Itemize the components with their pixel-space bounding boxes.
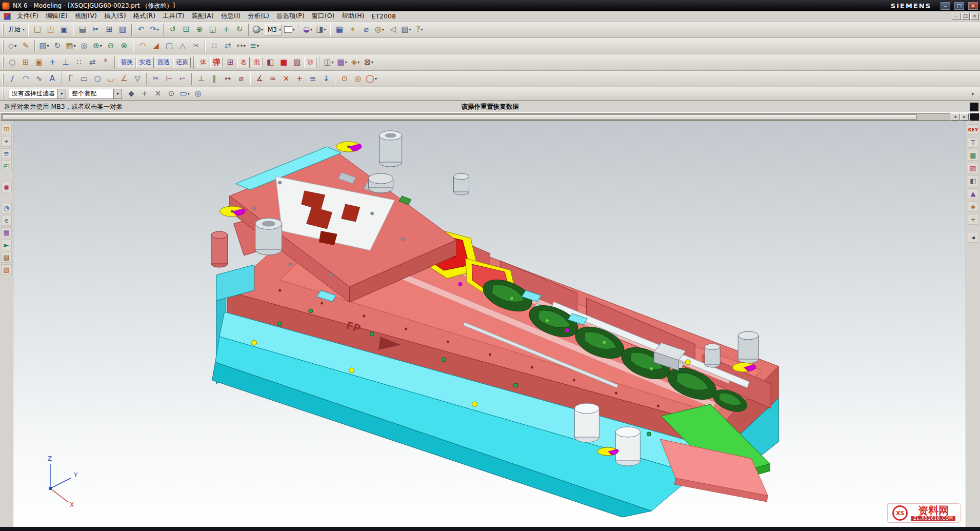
grid-macro-button[interactable]: ⊞: [224, 56, 236, 69]
chevron-down-icon[interactable]: ▾: [113, 89, 122, 99]
batch-macro-button[interactable]: 批: [251, 57, 263, 68]
scrollbar-track[interactable]: [1, 113, 950, 121]
text-note-icon[interactable]: T: [968, 137, 978, 148]
fillet-tool-button[interactable]: ◡: [105, 73, 117, 85]
intersection-point-button[interactable]: ×: [280, 73, 292, 85]
snap-intersection-button[interactable]: ×: [152, 88, 164, 100]
point-tool-button[interactable]: +: [293, 73, 306, 85]
roles-icon[interactable]: ▤: [1, 252, 12, 263]
pattern-component-button[interactable]: ∷: [73, 56, 85, 69]
rendering-style-button[interactable]: ▾: [252, 24, 264, 36]
spring-macro-button[interactable]: 弹: [210, 57, 223, 68]
hatch-macro-button[interactable]: ▨: [291, 56, 303, 69]
chevron-down-icon[interactable]: ▾: [421, 27, 423, 32]
polygon-tool-button[interactable]: ▽: [131, 73, 144, 85]
zoom-in-button[interactable]: ⊕: [193, 24, 206, 36]
chevron-down-icon[interactable]: ▾: [371, 60, 373, 65]
chevron-down-icon[interactable]: ▾: [157, 27, 159, 32]
layer-settings-button[interactable]: ▦: [333, 24, 346, 36]
assembly-constraints-button[interactable]: ⊥: [59, 56, 72, 69]
menu-insert[interactable]: 插入(S): [101, 11, 130, 21]
selection-filter-combo[interactable]: 没有选择过滤器 ▾: [9, 89, 66, 99]
face-translucent-macro-button[interactable]: 面透: [155, 57, 172, 68]
chevron-down-icon[interactable]: ▾: [47, 44, 49, 48]
shell-button[interactable]: ▢: [163, 40, 175, 52]
graphics-window[interactable]: FP Z Y X XS 资料网 ZL.X51616.COM: [13, 121, 966, 527]
chevron-down-icon[interactable]: ▾: [332, 60, 334, 65]
profile-tool-button[interactable]: Γ: [65, 73, 77, 85]
reuse-library-icon[interactable]: ◰: [1, 161, 12, 171]
menu-tools[interactable]: 工具(T): [159, 11, 188, 21]
mdi-restore-button[interactable]: □: [961, 13, 970, 20]
key-tips-icon[interactable]: KEY: [968, 124, 978, 135]
snap-endpoint-button[interactable]: +: [138, 88, 151, 100]
chevron-down-icon[interactable]: ▾: [324, 27, 326, 32]
pan-button[interactable]: +: [220, 24, 232, 36]
circle-tool-button[interactable]: ○: [91, 73, 104, 85]
show-hide-button[interactable]: ◒▾: [302, 24, 314, 36]
selection-scope-combo[interactable]: 整个装配 ▾: [69, 89, 122, 99]
background-color-swatch[interactable]: ▾: [283, 24, 295, 36]
assembly-navigator-icon[interactable]: ⊞: [1, 124, 12, 134]
datum-plane-button[interactable]: ◇▾: [6, 40, 18, 52]
undo-button[interactable]: ↶: [135, 24, 147, 36]
process-studio-icon[interactable]: ►: [1, 240, 12, 250]
restore-macro-button[interactable]: 还原: [173, 57, 191, 68]
toolbar-overflow-icon[interactable]: ▾: [971, 91, 978, 96]
chevron-down-icon[interactable]: ▾: [257, 44, 259, 48]
wcs-orient-button[interactable]: ⌖: [347, 24, 359, 36]
intersect-button[interactable]: ⊗: [118, 40, 130, 52]
measure-angle-button[interactable]: ∡: [253, 73, 266, 85]
paste-button[interactable]: ▥: [116, 24, 129, 36]
web-browser-icon[interactable]: e: [1, 215, 12, 226]
chevron-down-icon[interactable]: ▾: [345, 60, 347, 65]
chevron-down-icon[interactable]: ▾: [310, 27, 312, 32]
mdi-close-button[interactable]: ×: [970, 13, 979, 20]
revolve-button[interactable]: ↻: [51, 40, 64, 52]
scroll-left-icon[interactable]: ◂: [951, 113, 959, 121]
chevron-down-icon[interactable]: ▾: [188, 91, 190, 96]
menu-file[interactable]: 文件(F): [13, 11, 42, 21]
diamond-macro-button[interactable]: ◈▾: [349, 56, 362, 69]
copy-button[interactable]: ⊞: [103, 24, 115, 36]
menu-view[interactable]: 视图(V): [71, 11, 101, 21]
view-layout-combo[interactable]: M3▾: [265, 24, 282, 35]
snap-midpoint-button[interactable]: ◆: [125, 88, 137, 100]
chevron-down-icon[interactable]: ▾: [244, 44, 246, 48]
scrollbar-thumb[interactable]: [2, 114, 917, 120]
mdi-minimize-button[interactable]: –: [952, 13, 961, 20]
grid-display-button[interactable]: ▧▾: [400, 24, 412, 36]
red-cube-macro-button[interactable]: ■: [277, 56, 290, 69]
quick-extend-button[interactable]: ⊢: [163, 73, 175, 85]
menu-window[interactable]: 窗口(O): [308, 11, 338, 21]
pattern-feature-button[interactable]: ∷: [208, 40, 221, 52]
mirror-assembly-button[interactable]: ⇄: [86, 56, 98, 69]
material-sample-icon[interactable]: ◧: [968, 175, 978, 186]
maximize-button[interactable]: □: [954, 2, 964, 10]
measure-plus-icon[interactable]: +: [968, 214, 978, 225]
solid-translucent-macro-button[interactable]: 实透: [136, 57, 154, 68]
hd3d-tools-icon[interactable]: ◉: [1, 182, 12, 192]
move-component-button[interactable]: +: [46, 56, 58, 69]
chevron-down-icon[interactable]: ▾: [293, 27, 295, 32]
chevron-down-icon[interactable]: ▾: [14, 44, 16, 48]
part-navigator-icon[interactable]: ≡: [1, 148, 12, 159]
redo-button[interactable]: ↷▾: [148, 24, 161, 36]
boxed-x-macro-button[interactable]: ⊠▾: [363, 56, 375, 69]
menu-analysis[interactable]: 分析(L): [244, 11, 273, 21]
help-button[interactable]: ?▾: [413, 24, 426, 36]
chamfer-button[interactable]: ◢: [150, 40, 162, 52]
save-button[interactable]: ▣: [58, 24, 70, 36]
arc-tool-button[interactable]: ◠: [19, 73, 32, 85]
chevron-down-icon[interactable]: ▾: [409, 27, 411, 32]
open-file-button[interactable]: ◰: [45, 24, 57, 36]
snap-point-button[interactable]: ◎▾: [373, 24, 386, 36]
subtract-button[interactable]: ⊖: [105, 40, 117, 52]
shade-macro-button[interactable]: ▩▾: [336, 56, 348, 69]
add-component-button[interactable]: ⊞: [19, 56, 32, 69]
chevron-down-icon[interactable]: ▾: [23, 27, 25, 32]
menu-help[interactable]: 帮助(H): [338, 11, 368, 21]
rectangle-tool-button[interactable]: ▭: [78, 73, 90, 85]
window-macro-button[interactable]: ◫▾: [323, 56, 335, 69]
make-corner-button[interactable]: ⌐: [176, 73, 189, 85]
